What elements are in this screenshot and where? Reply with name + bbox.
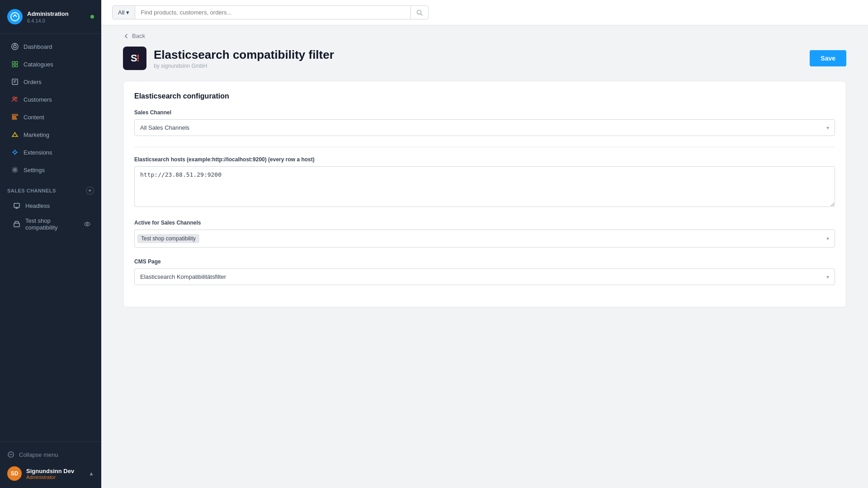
active-sales-channels-select[interactable]: Test shop compatibility ▾ bbox=[134, 230, 835, 248]
svg-rect-20 bbox=[14, 203, 19, 207]
elasticsearch-config-card: Elasticsearch configuration Sales Channe… bbox=[123, 81, 846, 307]
search-filter-button[interactable]: All ▾ bbox=[113, 6, 135, 19]
main-content: All ▾ Back S! bbox=[101, 0, 868, 488]
cms-page-select-wrapper: Elasticsearch Kompatibilitätsfilter ▾ bbox=[134, 268, 835, 285]
search-input[interactable] bbox=[135, 6, 410, 19]
cms-page-section: CMS Page Elasticsearch Kompatibilitätsfi… bbox=[134, 258, 835, 285]
sidebar-item-extensions[interactable]: Extensions bbox=[4, 144, 98, 161]
active-sales-channels-label: Active for Sales Channels bbox=[134, 220, 835, 226]
save-button[interactable]: Save bbox=[810, 50, 846, 66]
card-title: Elasticsearch configuration bbox=[134, 92, 835, 100]
avatar: SD bbox=[7, 466, 22, 481]
extensions-icon bbox=[11, 148, 19, 156]
svg-rect-4 bbox=[12, 61, 14, 64]
page-title-block: Elasticsearch compatibility filter by si… bbox=[154, 48, 810, 69]
tag-label: Test shop compatibility bbox=[141, 235, 196, 242]
page-subtitle: by signundsinn GmbH bbox=[154, 63, 810, 69]
sidebar-item-label: Settings bbox=[24, 167, 45, 174]
collapse-label: Collapse menu bbox=[19, 451, 58, 458]
user-name: Signundsinn Dev bbox=[26, 468, 84, 474]
svg-rect-14 bbox=[12, 117, 16, 117]
topbar: All ▾ bbox=[101, 0, 868, 25]
collapse-menu-button[interactable]: Collapse menu bbox=[7, 447, 94, 462]
cms-page-select[interactable]: Elasticsearch Kompatibilitätsfilter bbox=[135, 269, 835, 285]
sidebar-item-label: Dashboard bbox=[24, 43, 52, 50]
online-indicator bbox=[90, 15, 94, 19]
settings-icon bbox=[11, 166, 19, 174]
svg-rect-8 bbox=[12, 79, 18, 84]
sidebar-item-label: Extensions bbox=[24, 149, 52, 156]
sidebar-item-headless[interactable]: Headless bbox=[4, 198, 98, 213]
content-icon bbox=[11, 113, 19, 121]
svg-rect-7 bbox=[15, 65, 18, 67]
elasticsearch-hosts-section: Elasticsearch hosts (example:http://loca… bbox=[134, 156, 835, 209]
elasticsearch-hosts-textarea[interactable]: http://23.88.51.29:9200 bbox=[134, 166, 835, 207]
page-header: S! Elasticsearch compatibility filter by… bbox=[101, 43, 868, 81]
svg-point-12 bbox=[15, 97, 17, 99]
sidebar-item-label: Customers bbox=[24, 96, 52, 103]
sales-channel-select[interactable]: All Sales Channels bbox=[135, 120, 835, 136]
sidebar-item-content[interactable]: Content bbox=[4, 108, 98, 126]
svg-point-25 bbox=[86, 223, 88, 225]
back-label: Back bbox=[132, 33, 145, 39]
sidebar-item-label: Catalogues bbox=[24, 61, 53, 68]
chevron-down-icon: ▾ bbox=[826, 235, 829, 242]
chevron-down-icon: ▾ bbox=[126, 9, 129, 16]
sidebar-item-orders[interactable]: Orders bbox=[4, 73, 98, 90]
sidebar-item-label: Marketing bbox=[24, 131, 49, 138]
sidebar-header: Administration 6.4.14.0 bbox=[0, 0, 101, 34]
catalogue-icon bbox=[11, 60, 19, 68]
sales-channels-section: Sales Channels + bbox=[0, 182, 101, 197]
add-sales-channel-button[interactable]: + bbox=[86, 187, 94, 195]
sales-channel-select-wrapper: All Sales Channels ▾ bbox=[134, 119, 835, 136]
sidebar: Administration 6.4.14.0 Dashboard bbox=[0, 0, 101, 488]
sidebar-item-test-shop[interactable]: Test shop compatibility bbox=[4, 214, 98, 235]
sidebar-item-label: Orders bbox=[24, 79, 42, 85]
section-divider bbox=[134, 147, 835, 147]
dashboard-icon bbox=[11, 42, 19, 51]
sidebar-item-customers[interactable]: Customers bbox=[4, 91, 98, 108]
sidebar-item-catalogues[interactable]: Catalogues bbox=[4, 56, 98, 73]
user-section[interactable]: SD Signundsinn Dev Administrator ▲ bbox=[7, 462, 94, 483]
headless-icon bbox=[13, 202, 21, 210]
search-button[interactable] bbox=[410, 6, 428, 19]
sidebar-item-label: Content bbox=[24, 114, 44, 121]
breadcrumb: Back bbox=[101, 25, 868, 43]
svg-point-0 bbox=[11, 13, 19, 21]
orders-icon bbox=[11, 78, 19, 86]
user-role: Administrator bbox=[26, 474, 84, 480]
svg-line-29 bbox=[421, 14, 423, 15]
sales-channels-label: Sales Channels bbox=[7, 188, 56, 193]
marketing-icon bbox=[11, 131, 19, 139]
user-info: Signundsinn Dev Administrator bbox=[26, 468, 84, 480]
plugin-logo-text: S! bbox=[131, 52, 139, 64]
svg-point-18 bbox=[14, 151, 16, 154]
visibility-icon bbox=[84, 221, 90, 227]
main-nav: Dashboard Catalogues bbox=[0, 34, 101, 441]
svg-rect-13 bbox=[12, 114, 18, 116]
back-arrow-icon bbox=[123, 33, 129, 39]
search-wrapper: All ▾ bbox=[112, 5, 429, 19]
svg-point-11 bbox=[13, 97, 15, 99]
sidebar-item-dashboard[interactable]: Dashboard bbox=[4, 38, 98, 55]
page-area: Back S! Elasticsearch compatibility filt… bbox=[101, 25, 868, 488]
active-channel-tag: Test shop compatibility bbox=[137, 234, 199, 243]
svg-point-24 bbox=[85, 222, 90, 226]
elasticsearch-hosts-label: Elasticsearch hosts (example:http://loca… bbox=[134, 156, 835, 163]
sidebar-item-settings[interactable]: Settings bbox=[4, 161, 98, 178]
sales-channel-label: Sales Channel bbox=[134, 109, 835, 116]
active-sales-channels-section: Active for Sales Channels Test shop comp… bbox=[134, 220, 835, 248]
shop-icon bbox=[13, 220, 21, 228]
svg-point-19 bbox=[14, 169, 16, 171]
sidebar-channel-label: Headless bbox=[25, 202, 50, 209]
admin-title-block: Administration 6.4.14.0 bbox=[27, 10, 86, 23]
chevron-up-icon: ▲ bbox=[89, 470, 94, 477]
svg-point-2 bbox=[14, 45, 16, 48]
sidebar-item-marketing[interactable]: Marketing bbox=[4, 126, 98, 143]
collapse-icon bbox=[7, 451, 14, 458]
search-filter-label: All bbox=[118, 9, 124, 16]
search-icon bbox=[416, 9, 423, 16]
svg-rect-5 bbox=[15, 61, 18, 64]
back-link[interactable]: Back bbox=[123, 33, 846, 39]
sales-channel-section: Sales Channel All Sales Channels ▾ bbox=[134, 109, 835, 136]
